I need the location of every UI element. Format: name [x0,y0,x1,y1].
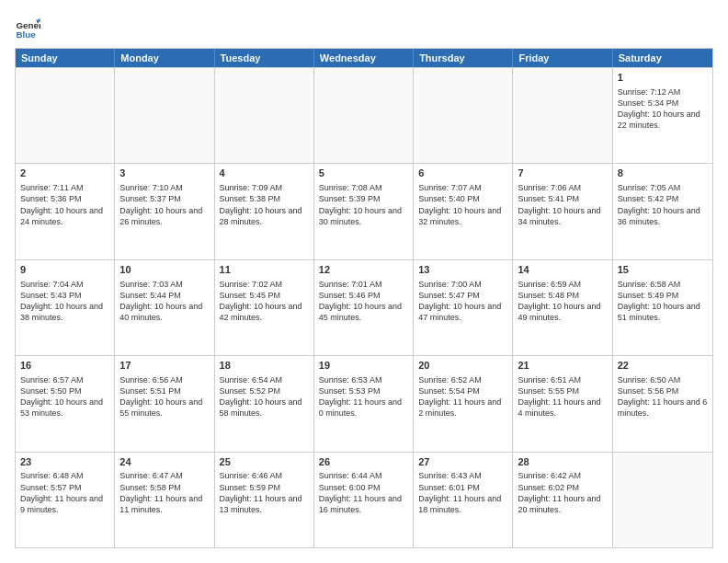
day-info: Sunrise: 6:59 AM Sunset: 5:48 PM Dayligh… [518,280,600,322]
day-info: Sunrise: 6:43 AM Sunset: 6:01 PM Dayligh… [418,471,501,513]
cal-cell: 18Sunrise: 6:54 AM Sunset: 5:52 PM Dayli… [215,356,314,451]
day-number: 10 [119,263,209,277]
cal-cell: 4Sunrise: 7:09 AM Sunset: 5:38 PM Daylig… [215,164,314,259]
cal-cell: 8Sunrise: 7:05 AM Sunset: 5:42 PM Daylig… [613,164,712,259]
cal-cell: 24Sunrise: 6:47 AM Sunset: 5:58 PM Dayli… [115,453,214,547]
cal-cell: 6Sunrise: 7:07 AM Sunset: 5:40 PM Daylig… [414,164,513,259]
cal-cell [314,68,414,163]
cal-cell: 26Sunrise: 6:44 AM Sunset: 6:00 PM Dayli… [314,453,414,547]
day-number: 12 [319,263,408,277]
day-number: 14 [518,263,607,277]
cal-cell: 9Sunrise: 7:04 AM Sunset: 5:43 PM Daylig… [16,260,115,355]
day-info: Sunrise: 7:02 AM Sunset: 5:45 PM Dayligh… [220,280,302,322]
day-number: 24 [119,455,209,469]
cal-cell: 7Sunrise: 7:06 AM Sunset: 5:41 PM Daylig… [513,164,612,259]
day-number: 16 [20,359,109,373]
cal-header-cell-saturday: Saturday [613,49,712,67]
day-number: 8 [618,167,708,180]
day-info: Sunrise: 6:54 AM Sunset: 5:52 PM Dayligh… [220,375,302,418]
day-info: Sunrise: 6:47 AM Sunset: 5:58 PM Dayligh… [119,471,202,513]
cal-cell: 14Sunrise: 6:59 AM Sunset: 5:48 PM Dayli… [513,260,612,355]
day-info: Sunrise: 6:58 AM Sunset: 5:49 PM Dayligh… [618,280,700,322]
day-info: Sunrise: 6:48 AM Sunset: 5:57 PM Dayligh… [20,471,103,513]
page: General Blue SundayMondayTuesdayWednesda… [0,0,728,563]
svg-text:Blue: Blue [16,29,36,40]
day-info: Sunrise: 6:52 AM Sunset: 5:54 PM Dayligh… [418,375,501,418]
cal-row-4: 23Sunrise: 6:48 AM Sunset: 5:57 PM Dayli… [16,452,712,547]
calendar-body: 1Sunrise: 7:12 AM Sunset: 5:34 PM Daylig… [16,67,712,547]
day-info: Sunrise: 6:44 AM Sunset: 6:00 PM Dayligh… [319,471,402,513]
cal-row-3: 16Sunrise: 6:57 AM Sunset: 5:50 PM Dayli… [16,355,712,451]
day-info: Sunrise: 6:50 AM Sunset: 5:56 PM Dayligh… [618,375,708,418]
cal-cell [115,68,214,163]
cal-row-2: 9Sunrise: 7:04 AM Sunset: 5:43 PM Daylig… [16,259,712,355]
day-info: Sunrise: 7:08 AM Sunset: 5:39 PM Dayligh… [319,183,402,225]
cal-cell: 13Sunrise: 7:00 AM Sunset: 5:47 PM Dayli… [414,260,513,355]
cal-cell: 17Sunrise: 6:56 AM Sunset: 5:51 PM Dayli… [115,356,214,451]
day-info: Sunrise: 7:03 AM Sunset: 5:44 PM Dayligh… [119,280,202,322]
cal-cell: 21Sunrise: 6:51 AM Sunset: 5:55 PM Dayli… [513,356,612,451]
day-info: Sunrise: 7:10 AM Sunset: 5:37 PM Dayligh… [119,183,202,225]
cal-cell: 16Sunrise: 6:57 AM Sunset: 5:50 PM Dayli… [16,356,115,451]
day-number: 9 [20,263,109,277]
day-info: Sunrise: 6:46 AM Sunset: 5:59 PM Dayligh… [220,471,302,513]
cal-cell [414,68,513,163]
day-number: 21 [518,359,607,373]
logo: General Blue [15,15,22,40]
cal-cell: 15Sunrise: 6:58 AM Sunset: 5:49 PM Dayli… [613,260,712,355]
day-number: 27 [418,455,507,469]
day-number: 13 [418,263,507,277]
cal-row-1: 2Sunrise: 7:11 AM Sunset: 5:36 PM Daylig… [16,163,712,259]
cal-row-0: 1Sunrise: 7:12 AM Sunset: 5:34 PM Daylig… [16,67,712,163]
logo-icon: General Blue [15,15,40,40]
cal-cell [513,68,612,163]
cal-header-cell-thursday: Thursday [414,49,513,67]
cal-cell: 3Sunrise: 7:10 AM Sunset: 5:37 PM Daylig… [115,164,214,259]
cal-header-cell-tuesday: Tuesday [215,49,314,67]
day-number: 3 [119,167,209,180]
day-number: 7 [518,167,607,180]
day-number: 6 [418,167,507,180]
day-info: Sunrise: 6:53 AM Sunset: 5:53 PM Dayligh… [319,375,402,418]
cal-header-cell-friday: Friday [513,49,612,67]
cal-cell: 23Sunrise: 6:48 AM Sunset: 5:57 PM Dayli… [16,453,115,547]
cal-header-cell-wednesday: Wednesday [314,49,414,67]
cal-header-cell-monday: Monday [115,49,214,67]
day-info: Sunrise: 7:04 AM Sunset: 5:43 PM Dayligh… [20,280,103,322]
day-info: Sunrise: 7:09 AM Sunset: 5:38 PM Dayligh… [220,183,302,225]
day-number: 28 [518,455,607,469]
cal-cell: 28Sunrise: 6:42 AM Sunset: 6:02 PM Dayli… [513,453,612,547]
day-info: Sunrise: 7:11 AM Sunset: 5:36 PM Dayligh… [20,183,103,225]
day-info: Sunrise: 7:01 AM Sunset: 5:46 PM Dayligh… [319,280,402,322]
day-number: 5 [319,167,408,180]
day-number: 19 [319,359,408,373]
cal-cell [613,453,712,547]
day-info: Sunrise: 7:06 AM Sunset: 5:41 PM Dayligh… [518,183,600,225]
day-number: 4 [220,167,309,180]
cal-cell: 12Sunrise: 7:01 AM Sunset: 5:46 PM Dayli… [314,260,414,355]
day-info: Sunrise: 7:07 AM Sunset: 5:40 PM Dayligh… [418,183,501,225]
day-info: Sunrise: 7:12 AM Sunset: 5:34 PM Dayligh… [618,87,700,130]
day-number: 23 [20,455,109,469]
cal-cell [215,68,314,163]
cal-cell: 10Sunrise: 7:03 AM Sunset: 5:44 PM Dayli… [115,260,214,355]
day-number: 22 [618,359,708,373]
cal-cell: 2Sunrise: 7:11 AM Sunset: 5:36 PM Daylig… [16,164,115,259]
calendar-header: SundayMondayTuesdayWednesdayThursdayFrid… [16,49,712,67]
day-number: 2 [20,167,109,180]
day-number: 20 [418,359,507,373]
day-number: 18 [220,359,309,373]
cal-cell: 19Sunrise: 6:53 AM Sunset: 5:53 PM Dayli… [314,356,414,451]
day-number: 17 [119,359,209,373]
day-info: Sunrise: 6:57 AM Sunset: 5:50 PM Dayligh… [20,375,103,418]
day-info: Sunrise: 7:05 AM Sunset: 5:42 PM Dayligh… [618,183,700,225]
day-info: Sunrise: 6:51 AM Sunset: 5:55 PM Dayligh… [518,375,600,418]
cal-cell: 11Sunrise: 7:02 AM Sunset: 5:45 PM Dayli… [215,260,314,355]
day-number: 26 [319,455,408,469]
day-number: 11 [220,263,309,277]
cal-cell: 22Sunrise: 6:50 AM Sunset: 5:56 PM Dayli… [613,356,712,451]
cal-cell: 5Sunrise: 7:08 AM Sunset: 5:39 PM Daylig… [314,164,414,259]
cal-cell: 25Sunrise: 6:46 AM Sunset: 5:59 PM Dayli… [215,453,314,547]
cal-cell: 20Sunrise: 6:52 AM Sunset: 5:54 PM Dayli… [414,356,513,451]
day-number: 15 [618,263,708,277]
